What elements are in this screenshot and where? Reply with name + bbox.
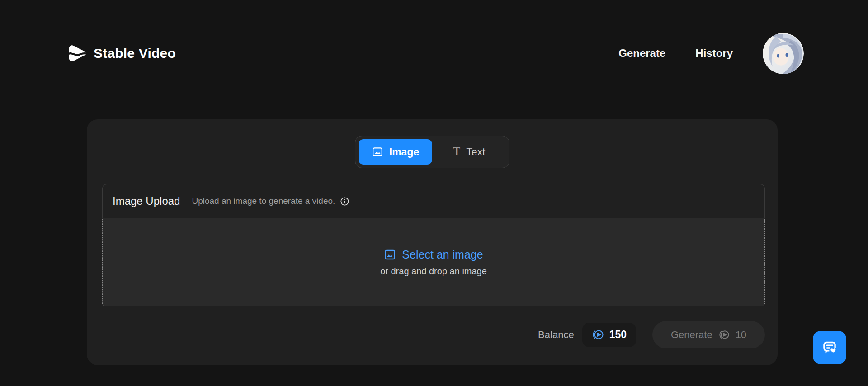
generate-cost: 10 bbox=[736, 329, 746, 341]
generate-button-label: Generate bbox=[671, 329, 712, 341]
nav-generate-link[interactable]: Generate bbox=[618, 47, 665, 60]
stable-video-logo[interactable]: Stable Video bbox=[66, 43, 176, 63]
credit-coin-icon bbox=[592, 329, 604, 340]
feedback-button[interactable] bbox=[813, 331, 846, 364]
upload-title: Image Upload bbox=[113, 195, 180, 207]
tab-text-label: Text bbox=[466, 146, 485, 158]
stable-video-page: Stable Video Generate History bbox=[0, 0, 868, 386]
image-upload-section: Image Upload Upload an image to generate… bbox=[102, 184, 765, 306]
image-upload-header: Image Upload Upload an image to generate… bbox=[102, 184, 765, 218]
image-icon bbox=[372, 146, 383, 158]
select-image-button[interactable]: Select an image bbox=[384, 248, 483, 261]
image-dropzone[interactable]: Select an image or drag and drop an imag… bbox=[102, 218, 765, 306]
image-icon bbox=[384, 249, 396, 261]
balance-value: 150 bbox=[609, 329, 627, 341]
text-icon: T bbox=[453, 146, 461, 158]
balance-label: Balance bbox=[538, 329, 574, 341]
upload-subtitle: Upload an image to generate a video. bbox=[192, 196, 335, 206]
generator-card: Image T Text Image Upload Upload an imag… bbox=[87, 119, 778, 365]
select-image-label: Select an image bbox=[402, 248, 483, 261]
header-nav: Generate History bbox=[618, 33, 804, 74]
logo-wordmark: Stable Video bbox=[94, 46, 176, 61]
chat-heart-icon bbox=[820, 338, 839, 357]
mode-toggle: Image T Text bbox=[355, 136, 509, 168]
drag-drop-hint: or drag and drop an image bbox=[380, 266, 487, 277]
stable-video-logo-icon bbox=[66, 43, 88, 63]
nav-history-link[interactable]: History bbox=[695, 47, 733, 60]
credit-coin-icon bbox=[718, 330, 730, 340]
user-avatar[interactable] bbox=[763, 33, 804, 74]
info-icon[interactable] bbox=[340, 197, 349, 206]
tab-text[interactable]: T Text bbox=[432, 139, 506, 165]
balance-pill: 150 bbox=[582, 323, 636, 347]
generate-button[interactable]: Generate 10 bbox=[652, 321, 765, 348]
tab-image-label: Image bbox=[389, 146, 419, 158]
tab-image[interactable]: Image bbox=[359, 139, 432, 165]
card-footer: Balance 150 Generate bbox=[538, 321, 765, 348]
